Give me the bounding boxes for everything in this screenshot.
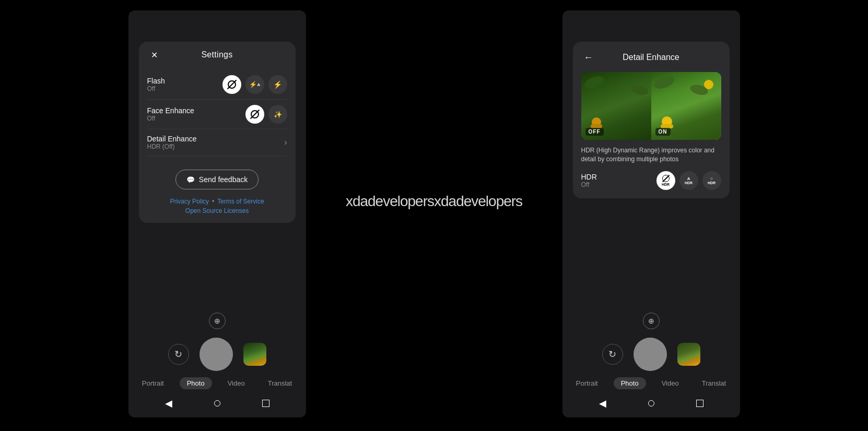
- right-photo-tab[interactable]: Photo: [614, 377, 646, 389]
- detail-enhance-card: ← Detail Enhance OFF: [573, 42, 730, 198]
- detail-enhance-row[interactable]: Detail Enhance HDR (Off) ›: [147, 129, 287, 156]
- shutter-button[interactable]: [200, 338, 233, 371]
- back-icon: ←: [584, 52, 593, 63]
- left-phone-panel: ✕ Settings Flash Off: [128, 10, 306, 417]
- footer-dot: •: [212, 198, 214, 205]
- video-tab[interactable]: Video: [220, 377, 252, 389]
- zoom-icon: ⊕: [214, 317, 220, 325]
- settings-header: ✕ Settings: [147, 50, 287, 59]
- feedback-icon: 💬: [186, 176, 195, 184]
- off-label: OFF: [585, 128, 604, 136]
- back-button[interactable]: ←: [581, 50, 596, 65]
- right-rotate-camera-button[interactable]: ↻: [602, 344, 623, 365]
- flash-on-button[interactable]: ⚡: [268, 75, 287, 94]
- last-photo-button[interactable]: [243, 343, 266, 366]
- hdr-value: Off: [581, 181, 597, 188]
- detail-enhance-controls: ›: [284, 138, 287, 147]
- chevron-right-icon: ›: [284, 138, 287, 147]
- image-off-half: OFF: [581, 72, 651, 140]
- flash-name: Flash: [147, 77, 165, 85]
- right-nav-bar: ◀: [562, 394, 740, 412]
- portrait-tab[interactable]: Portrait: [135, 377, 171, 389]
- right-camera-bottom: ⊕ ↻ Portrait Photo Video: [562, 292, 740, 417]
- footer-links: Privacy Policy • Terms of Service: [147, 198, 287, 205]
- image-on-half: ON: [651, 72, 721, 140]
- detail-enhance-value: HDR (Off): [147, 143, 197, 150]
- right-portrait-tab[interactable]: Portrait: [569, 377, 605, 389]
- nav-bar: ◀: [128, 394, 306, 412]
- detail-enhance-name: Detail Enhance: [147, 135, 197, 143]
- rotate-icon: ↻: [174, 349, 182, 360]
- hdr-off-button[interactable]: HDR: [656, 171, 675, 190]
- photo-tab[interactable]: Photo: [180, 377, 212, 389]
- detail-enhance-header: ← Detail Enhance: [581, 50, 721, 65]
- flash-auto-button[interactable]: ⚡A: [245, 75, 264, 94]
- nav-back-icon[interactable]: ◀: [165, 398, 172, 409]
- right-shutter-button[interactable]: [634, 338, 667, 371]
- nav-square-icon[interactable]: [262, 400, 269, 407]
- flash-row: Flash Off ⚡A ⚡: [147, 70, 287, 100]
- face-enhance-value: Off: [147, 115, 194, 122]
- nav-home-icon[interactable]: [214, 400, 220, 406]
- right-camera-controls: ↻: [562, 338, 740, 371]
- right-last-photo-thumbnail: [677, 343, 700, 366]
- flash-label: Flash Off: [147, 77, 165, 92]
- right-last-photo-button[interactable]: [677, 343, 700, 366]
- zoom-button[interactable]: ⊕: [209, 313, 226, 329]
- right-rotate-icon: ↻: [608, 349, 616, 360]
- translate-tab[interactable]: Translat: [261, 377, 299, 389]
- hdr-auto-button[interactable]: A HDR: [679, 171, 698, 190]
- detail-enhance-title: Detail Enhance: [623, 53, 679, 62]
- hdr-label: HDR: [581, 173, 597, 181]
- right-translate-tab[interactable]: Translat: [695, 377, 733, 389]
- face-enhance-name: Face Enhance: [147, 106, 194, 115]
- settings-card: ✕ Settings Flash Off: [139, 42, 296, 223]
- camera-controls: ↻: [128, 338, 306, 371]
- hdr-label-group: HDR Off: [581, 173, 597, 188]
- hdr-controls: HDR A HDR ○ HDR: [656, 171, 721, 190]
- right-phone-panel: ← Detail Enhance OFF: [562, 10, 740, 417]
- hdr-on-button[interactable]: ○ HDR: [702, 171, 721, 190]
- face-enhance-controls: ✨: [245, 105, 287, 124]
- feedback-label: Send feedback: [199, 175, 248, 184]
- flash-value: Off: [147, 85, 165, 92]
- send-feedback-button[interactable]: 💬 Send feedback: [175, 170, 259, 189]
- settings-title: Settings: [201, 50, 232, 59]
- flash-off-button[interactable]: [222, 75, 241, 94]
- face-enhance-off-button[interactable]: [245, 105, 264, 124]
- left-camera-bottom: ⊕ ↻ Portrait Photo Video: [128, 292, 306, 417]
- flash-controls: ⚡A ⚡: [222, 75, 287, 94]
- right-video-tab[interactable]: Video: [654, 377, 686, 389]
- close-button[interactable]: ✕: [147, 47, 162, 62]
- comparison-image: OFF ON: [581, 72, 721, 140]
- description-text: HDR (High Dynamic Range) improves color …: [581, 146, 721, 164]
- screenshot-container: ✕ Settings Flash Off: [0, 0, 868, 431]
- right-zoom-icon: ⊕: [648, 317, 654, 325]
- last-photo-thumbnail: [243, 343, 266, 366]
- right-nav-square-icon[interactable]: [696, 400, 703, 407]
- right-zoom-button[interactable]: ⊕: [643, 313, 660, 329]
- privacy-policy-link[interactable]: Privacy Policy: [170, 198, 209, 205]
- rotate-camera-button[interactable]: ↻: [168, 344, 189, 365]
- detail-enhance-label: Detail Enhance HDR (Off): [147, 135, 197, 150]
- right-nav-home-icon[interactable]: [648, 400, 654, 406]
- right-mode-tabs: Portrait Photo Video Translat: [569, 377, 733, 389]
- mode-tabs: Portrait Photo Video Translat: [135, 377, 299, 389]
- terms-link[interactable]: Terms of Service: [217, 198, 264, 205]
- face-enhance-sparkle-button[interactable]: ✨: [268, 105, 287, 124]
- right-nav-back-icon[interactable]: ◀: [599, 398, 606, 409]
- right-panel: ← Detail Enhance OFF: [434, 0, 868, 431]
- face-enhance-label: Face Enhance Off: [147, 106, 194, 122]
- on-label: ON: [655, 128, 671, 136]
- open-source-link[interactable]: Open Source Licenses: [147, 207, 287, 214]
- face-enhance-row: Face Enhance Off ✨: [147, 100, 287, 129]
- hdr-row: HDR Off HDR A HDR: [581, 171, 721, 190]
- left-panel: ✕ Settings Flash Off: [0, 0, 434, 431]
